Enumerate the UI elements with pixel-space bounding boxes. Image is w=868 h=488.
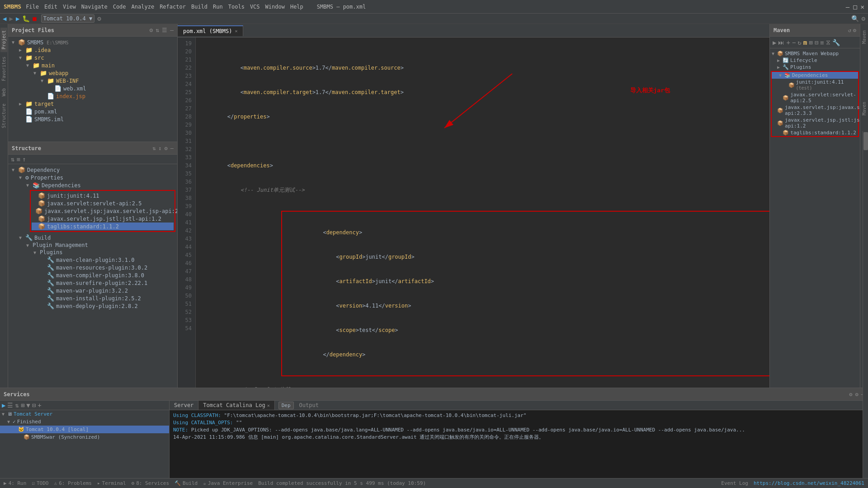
- menu-build[interactable]: Build: [191, 4, 208, 10]
- collapse-icon[interactable]: —: [170, 27, 174, 33]
- menu-run[interactable]: Run: [213, 4, 223, 10]
- struct-dep-jstl[interactable]: ▶ 📦 javax.servlet.jsp.jstl:jstl-api:1.2: [32, 215, 174, 223]
- stop-icon[interactable]: ■: [33, 15, 36, 22]
- struct-plugin-war[interactable]: ▶ 🔧 maven-war-plugin:3.2.2: [8, 287, 177, 294]
- maven-item-plugins[interactable]: ▶ 🔧 Plugins: [770, 64, 860, 71]
- tab-close-icon[interactable]: ✕: [235, 28, 237, 33]
- menu-view[interactable]: View: [63, 4, 76, 10]
- maximize-button[interactable]: □: [853, 3, 857, 10]
- close-button[interactable]: ✕: [861, 3, 864, 10]
- maven-dep-jspapi[interactable]: ▶ 📦 javax.servlet.jsp:javax.servlet.jsp-…: [772, 104, 858, 117]
- struct-plugin-deploy[interactable]: ▶ 🔧 maven-deploy-plugin:2.8.2: [8, 302, 177, 310]
- struct-dep-servlet[interactable]: ▶ 📦 javax.servlet:servlet-api:2.5: [32, 199, 174, 207]
- services-options-icon[interactable]: ⚙: [855, 391, 859, 398]
- services-remove-icon[interactable]: ⊟: [32, 402, 36, 409]
- run-config-icon[interactable]: ⚙: [97, 15, 101, 22]
- services-filter-icon[interactable]: ▼: [26, 402, 30, 409]
- output-scrollbar[interactable]: [863, 401, 868, 478]
- tree-item-main[interactable]: ▼ 📁 main: [8, 62, 177, 69]
- status-run[interactable]: ▶ 4: Run: [4, 480, 26, 486]
- services-tomcat-server[interactable]: ▼ 🖥 Tomcat Server: [0, 410, 169, 418]
- tree-item-webxml[interactable]: ▶ 📄 web.xml: [8, 85, 177, 92]
- maven-dep-jstl[interactable]: ▶ 📦 javax.servlet.jsp.jstl:jstl-api:1.2: [772, 117, 858, 129]
- tomcat-selector[interactable]: Tomcat 10.0.4 ▼: [41, 14, 94, 23]
- show-fields-icon[interactable]: ≡: [16, 156, 20, 163]
- run-icon[interactable]: ▶: [16, 15, 19, 22]
- maven-dep-taglibs[interactable]: ▶ 📦 taglibs:standard:1.1.2: [772, 129, 858, 136]
- struct-plugin-install[interactable]: ▶ 🔧 maven-install-plugin:2.5.2: [8, 294, 177, 302]
- services-smbmswar[interactable]: ▶ 📦 SMBMSwar (Synchronized): [0, 433, 169, 441]
- services-run-icon[interactable]: ▶: [2, 402, 5, 409]
- struct-dep-junit[interactable]: ▶ 📦 junit:junit:4.11: [32, 192, 174, 199]
- services-group-icon[interactable]: ⊞: [21, 402, 24, 409]
- settings-icon[interactable]: ⚙: [862, 15, 865, 22]
- tree-item-target[interactable]: ▶ 📁 target: [8, 100, 177, 108]
- maven-filter-icon[interactable]: ⧖: [826, 38, 830, 46]
- maven-settings-icon[interactable]: ⚙: [853, 27, 856, 33]
- struct-plugin-resources[interactable]: ▶ 🔧 maven-resources-plugin:3.0.2: [8, 264, 177, 271]
- vtab-favorites[interactable]: Favorites: [0, 54, 7, 84]
- structure-settings-icon[interactable]: ⚙: [165, 145, 168, 152]
- struct-dependency[interactable]: ▼ 📦 Dependency: [8, 166, 177, 174]
- tree-item-smbms[interactable]: ▼ 📦 SMBMS E:\SMBMS: [8, 38, 177, 46]
- maven-run-icon[interactable]: ▶: [773, 39, 776, 46]
- maven-wrench-icon[interactable]: 🔧: [832, 39, 840, 46]
- tree-item-src[interactable]: ▼ 📁 src: [8, 54, 177, 62]
- services-list-icon[interactable]: ☰: [7, 402, 13, 409]
- tree-item-smbmsiml[interactable]: ▶ 📄 SMBMS.iml: [8, 115, 177, 123]
- maven-item-webapp[interactable]: ▼ 📦 SMBMS Maven Webapp: [770, 50, 860, 57]
- menu-refactor[interactable]: Refactor: [160, 4, 186, 10]
- settings2-icon[interactable]: ☰: [162, 27, 167, 33]
- tab-catalina-log[interactable]: Tomcat Catalina Log ✕: [198, 401, 274, 410]
- services-sort-icon[interactable]: ⇅: [15, 402, 19, 409]
- menu-vcs[interactable]: VCS: [250, 4, 260, 10]
- sort-alpha-icon[interactable]: ⇅: [152, 145, 156, 152]
- struct-build[interactable]: ▼ 🔧 Build: [8, 234, 177, 242]
- structure-collapse-icon[interactable]: —: [170, 145, 174, 152]
- services-settings-icon[interactable]: ⚙: [849, 391, 852, 398]
- struct-plugin-clean[interactable]: ▶ 🔧 maven-clean-plugin:3.1.0: [8, 256, 177, 264]
- maven-expand-icon[interactable]: ⊞: [809, 39, 812, 46]
- services-tomcat-local[interactable]: ▶ 🐱 Tomcat 10.0.4 [local]: [0, 426, 169, 433]
- tree-item-webapp[interactable]: ▼ 📁 webapp: [8, 69, 177, 77]
- struct-dependencies[interactable]: ▼ 📚 Dependencies: [8, 181, 177, 189]
- vtab-structure[interactable]: Structure: [0, 101, 7, 131]
- status-eventlog[interactable]: Event Log: [721, 480, 748, 486]
- gear-icon[interactable]: ⚙: [150, 27, 153, 33]
- dep-dropdown[interactable]: Dep: [278, 402, 294, 409]
- sort-methods-icon[interactable]: ⇅: [11, 156, 14, 163]
- status-todo[interactable]: ☑ TODO: [32, 480, 48, 486]
- search-everywhere-icon[interactable]: 🔍: [851, 15, 859, 22]
- menu-help[interactable]: Help: [290, 4, 303, 10]
- services-finished[interactable]: ▼ ✓ Finished: [0, 418, 169, 426]
- maven-collapse-all-icon[interactable]: ⊟: [815, 39, 818, 46]
- status-enterprise[interactable]: ☕ Java Enterprise: [203, 480, 253, 486]
- tree-item-idea[interactable]: ▶ 📁 .idea: [8, 46, 177, 54]
- maven-vtab[interactable]: Maven: [860, 90, 868, 127]
- maven-dep-junit[interactable]: ▶ 📦 junit:junit:4.11 (test): [772, 79, 858, 91]
- maven-skip-icon[interactable]: ⏭: [778, 39, 784, 46]
- struct-plugins[interactable]: ▼ Plugins: [8, 249, 177, 256]
- expand-all-icon[interactable]: ↕: [158, 145, 161, 152]
- maven-dep-servlet[interactable]: ▶ 📦 javax.servlet:servlet-api:2.5: [772, 91, 858, 104]
- tree-item-indexjsp[interactable]: ▶ 📄 index.jsp: [8, 92, 177, 100]
- struct-plugin-surefire[interactable]: ▶ 🔧 maven-surefire-plugin:2.22.1: [8, 279, 177, 287]
- menu-navigate[interactable]: Navigate: [81, 4, 108, 10]
- status-terminal[interactable]: ▸ Terminal: [97, 480, 126, 486]
- maven-item-lifecycle[interactable]: ▶ 🔄 Lifecycle: [770, 57, 860, 64]
- tab-pomxml[interactable]: pom.xml (SMBMS) ✕: [178, 25, 243, 36]
- struct-properties[interactable]: ▼ ⚙ Properties: [8, 174, 177, 181]
- tree-item-pomxml[interactable]: ▶ 📄 pom.xml: [8, 108, 177, 115]
- menu-file[interactable]: File: [26, 4, 39, 10]
- maven-update-icon[interactable]: ↻: [797, 39, 801, 46]
- maven-columns-icon[interactable]: ≡: [820, 39, 824, 46]
- menu-edit[interactable]: Edit: [44, 4, 57, 10]
- maven-minus-icon[interactable]: −: [792, 39, 796, 46]
- menu-code[interactable]: Code: [113, 4, 126, 10]
- vtab-web[interactable]: Web: [0, 85, 7, 99]
- nav-back-icon[interactable]: ◀: [3, 15, 6, 22]
- vtab-maven[interactable]: Maven: [861, 28, 868, 47]
- struct-plugin-mgmt[interactable]: ▼ Plugin Management: [8, 242, 177, 249]
- maven-m-icon[interactable]: m: [803, 39, 807, 46]
- maven-add-icon[interactable]: +: [786, 39, 790, 46]
